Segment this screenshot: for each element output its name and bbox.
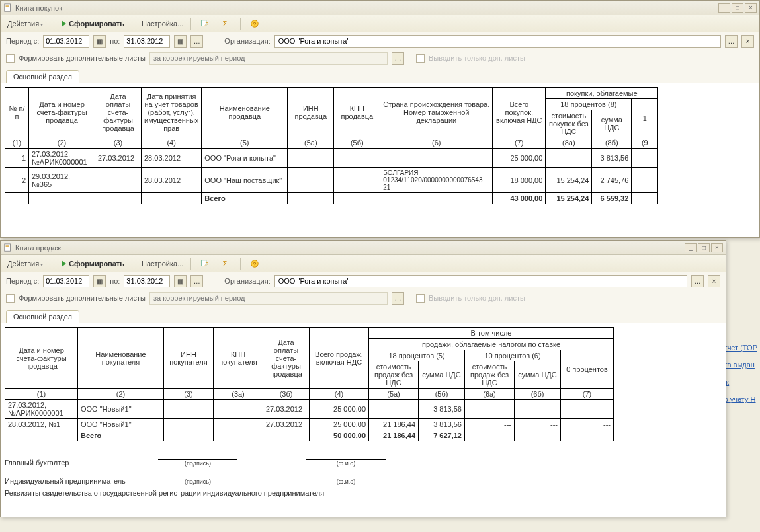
minimize-button[interactable]: _ xyxy=(685,243,697,252)
period-to-input[interactable] xyxy=(124,35,170,48)
org-clear[interactable]: × xyxy=(741,35,754,48)
svg-text:Σ: Σ xyxy=(223,19,228,27)
th-cost-novant: стоимость продаж без НДС xyxy=(465,361,515,389)
svg-rect-8 xyxy=(6,245,9,245)
period-ellipsis[interactable]: … xyxy=(190,35,203,48)
close-button[interactable]: × xyxy=(711,243,723,252)
th-kpp: КПП покупателя xyxy=(214,328,263,389)
org-ellipsis[interactable]: … xyxy=(691,275,704,287)
th-inthat: В том числе xyxy=(369,328,614,339)
minimize-button[interactable]: _ xyxy=(718,3,730,13)
fio-line xyxy=(306,469,386,478)
actions-menu[interactable]: Действия▾ xyxy=(5,258,47,269)
th-pct10: 10 процентов (6) xyxy=(465,350,561,361)
options-row: Формировать дополнительные листы … Вывод… xyxy=(1,50,759,67)
window-purchases: Книга покупок _ □ × Действия▾ Сформирова… xyxy=(0,0,760,238)
th-datenum: Дата и номер счета-фактуры продавца xyxy=(29,88,95,137)
period-ellipsis[interactable]: … xyxy=(190,275,203,287)
th-country: Страна происхождения товара. Номер тамож… xyxy=(380,88,493,137)
calendar-icon[interactable]: ▦ xyxy=(174,35,187,48)
period-from-label: Период с: xyxy=(6,37,39,45)
signature-line xyxy=(158,469,237,478)
org-input[interactable] xyxy=(274,35,721,48)
additional-sheets-checkbox[interactable] xyxy=(6,294,15,303)
totals-row: Всего 50 000,00 21 186,44 7 627,12 xyxy=(5,430,614,441)
form-button[interactable]: Сформировать xyxy=(57,258,129,270)
window-icon xyxy=(3,243,13,252)
help-button[interactable]: ? xyxy=(245,17,264,30)
additional-sheets-checkbox[interactable] xyxy=(6,54,15,63)
period-to-label: по: xyxy=(110,277,120,285)
th-paydate: Дата оплаты счета-фактуры продавца xyxy=(95,88,142,137)
report-area[interactable]: Дата и номер счета-фактуры продавца Наим… xyxy=(1,323,726,517)
calendar-icon[interactable]: ▦ xyxy=(93,35,106,48)
th-vat: сумма НДС xyxy=(419,361,465,389)
tab-row: Основной раздел xyxy=(1,67,759,83)
filter-row: Период с: ▦ по: ▦ … Организация: … × xyxy=(1,32,759,50)
export-button[interactable] xyxy=(196,257,214,270)
table-row[interactable]: 27.03.2012, №АРИК0000001 ООО "Новый1" 27… xyxy=(5,400,614,419)
only-additional-checkbox[interactable] xyxy=(416,54,425,63)
additional-sheets-label: Формировать дополнительные листы xyxy=(19,54,146,62)
export-button[interactable] xyxy=(196,17,214,30)
table-row[interactable]: 1 27.03.2012, №АРИК0000001 27.03.2012 28… xyxy=(5,149,658,168)
calendar-icon[interactable]: ▦ xyxy=(93,275,106,287)
purchases-table: № п/п Дата и номер счета-фактуры продавц… xyxy=(5,87,658,204)
close-button[interactable]: × xyxy=(745,3,757,13)
period-from-label: Период с: xyxy=(6,277,39,285)
sales-table: Дата и номер счета-фактуры продавца Наим… xyxy=(5,327,614,441)
org-ellipsis[interactable]: … xyxy=(725,35,738,48)
corrected-ellipsis[interactable]: … xyxy=(392,52,404,65)
org-clear[interactable]: × xyxy=(708,275,720,287)
th-paydate: Дата оплаты счета-фактуры продавца xyxy=(263,328,310,389)
reg-text: Реквизиты свидетельства о государственно… xyxy=(5,489,722,497)
ind-pred-label: Индивидуальный предприниматель xyxy=(5,477,150,485)
settings-button[interactable]: Настройка... xyxy=(139,19,186,29)
svg-rect-9 xyxy=(6,246,9,247)
th-total: Всего покупок, включая НДС xyxy=(493,88,546,137)
only-additional-label: Выводить только доп. листы xyxy=(429,294,525,302)
sum-button[interactable]: Σ xyxy=(217,17,235,30)
th-total: Всего продаж, включая НДС xyxy=(310,328,369,389)
svg-text:?: ? xyxy=(253,260,257,267)
period-to-input[interactable] xyxy=(124,275,170,287)
org-label: Организация: xyxy=(224,37,270,45)
table-row[interactable]: 2 29.03.2012, №365 28.03.2012 ООО "Наш п… xyxy=(5,168,658,193)
settings-button[interactable]: Настройка... xyxy=(139,258,186,269)
actions-menu[interactable]: Действия▾ xyxy=(5,19,47,29)
main-accountant-label: Главный бухгалтер xyxy=(5,459,150,467)
maximize-button[interactable]: □ xyxy=(698,243,710,252)
filter-row: Период с: ▦ по: ▦ … Организация: … × xyxy=(1,272,726,289)
form-button[interactable]: Сформировать xyxy=(57,18,129,30)
calendar-icon[interactable]: ▦ xyxy=(174,275,187,287)
tab-main[interactable]: Основной раздел xyxy=(6,310,79,323)
th-salestaxed: продажи, облагаемые налогом по ставке xyxy=(369,339,614,350)
corrected-period-input[interactable] xyxy=(149,52,388,65)
svg-text:?: ? xyxy=(253,20,257,27)
window-title: Книга продаж xyxy=(15,244,685,252)
svg-rect-1 xyxy=(6,5,9,5)
window-icon xyxy=(3,3,13,13)
period-from-input[interactable] xyxy=(43,35,89,48)
options-row: Формировать дополнительные листы … Вывод… xyxy=(1,289,726,307)
help-button[interactable]: ? xyxy=(245,257,264,270)
maximize-button[interactable]: □ xyxy=(732,3,743,13)
table-row[interactable]: 28.03.2012, №1 ООО "Новый1" 27.03.2012 2… xyxy=(5,419,614,430)
tab-main[interactable]: Основной раздел xyxy=(6,70,79,83)
titlebar[interactable]: Книга продаж _ □ × xyxy=(1,241,726,255)
org-input[interactable] xyxy=(274,275,687,287)
th-pct0: 0 процентов xyxy=(561,350,614,389)
only-additional-checkbox[interactable] xyxy=(416,294,425,303)
th-datenum: Дата и номер счета-фактуры продавца xyxy=(5,328,78,389)
toolbar: Действия▾ Сформировать Настройка... Σ ? xyxy=(1,15,759,32)
sum-button[interactable]: Σ xyxy=(217,257,235,270)
th-vat: сумма НДС xyxy=(592,110,632,137)
th-seller: Наименование продавца xyxy=(202,88,288,137)
corrected-ellipsis[interactable]: … xyxy=(392,292,404,305)
th-18pct: 18 процентов (8) xyxy=(546,99,632,110)
period-to-label: по: xyxy=(110,37,120,45)
period-from-input[interactable] xyxy=(43,275,89,287)
titlebar[interactable]: Книга покупок _ □ × xyxy=(1,1,759,15)
corrected-period-input[interactable] xyxy=(149,292,388,305)
report-area[interactable]: № п/п Дата и номер счета-фактуры продавц… xyxy=(1,83,759,237)
